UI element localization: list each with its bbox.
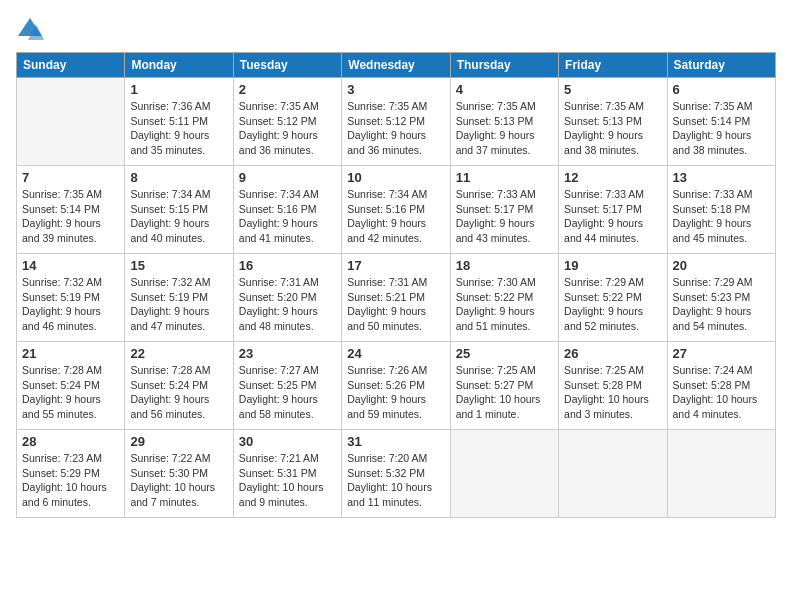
calendar-cell: 30Sunrise: 7:21 AMSunset: 5:31 PMDayligh… [233,430,341,518]
day-number: 3 [347,82,444,97]
day-number: 24 [347,346,444,361]
calendar-cell: 12Sunrise: 7:33 AMSunset: 5:17 PMDayligh… [559,166,667,254]
calendar-cell: 15Sunrise: 7:32 AMSunset: 5:19 PMDayligh… [125,254,233,342]
day-info: Sunrise: 7:34 AMSunset: 5:16 PMDaylight:… [239,187,336,246]
day-info: Sunrise: 7:34 AMSunset: 5:16 PMDaylight:… [347,187,444,246]
day-number: 13 [673,170,770,185]
calendar-cell: 25Sunrise: 7:25 AMSunset: 5:27 PMDayligh… [450,342,558,430]
calendar-cell: 31Sunrise: 7:20 AMSunset: 5:32 PMDayligh… [342,430,450,518]
calendar-header-row: SundayMondayTuesdayWednesdayThursdayFrid… [17,53,776,78]
calendar-cell: 2Sunrise: 7:35 AMSunset: 5:12 PMDaylight… [233,78,341,166]
calendar-cell: 6Sunrise: 7:35 AMSunset: 5:14 PMDaylight… [667,78,775,166]
calendar-cell: 1Sunrise: 7:36 AMSunset: 5:11 PMDaylight… [125,78,233,166]
day-info: Sunrise: 7:21 AMSunset: 5:31 PMDaylight:… [239,451,336,510]
day-number: 29 [130,434,227,449]
day-number: 5 [564,82,661,97]
day-number: 2 [239,82,336,97]
calendar-header-friday: Friday [559,53,667,78]
calendar-header-monday: Monday [125,53,233,78]
calendar-cell: 19Sunrise: 7:29 AMSunset: 5:22 PMDayligh… [559,254,667,342]
calendar-cell: 24Sunrise: 7:26 AMSunset: 5:26 PMDayligh… [342,342,450,430]
day-info: Sunrise: 7:26 AMSunset: 5:26 PMDaylight:… [347,363,444,422]
calendar-cell: 8Sunrise: 7:34 AMSunset: 5:15 PMDaylight… [125,166,233,254]
calendar-cell: 9Sunrise: 7:34 AMSunset: 5:16 PMDaylight… [233,166,341,254]
day-number: 23 [239,346,336,361]
day-number: 6 [673,82,770,97]
logo-icon [16,16,44,44]
day-number: 17 [347,258,444,273]
day-number: 18 [456,258,553,273]
calendar-header-tuesday: Tuesday [233,53,341,78]
calendar-cell [17,78,125,166]
day-info: Sunrise: 7:36 AMSunset: 5:11 PMDaylight:… [130,99,227,158]
day-info: Sunrise: 7:24 AMSunset: 5:28 PMDaylight:… [673,363,770,422]
day-info: Sunrise: 7:31 AMSunset: 5:20 PMDaylight:… [239,275,336,334]
calendar-cell: 28Sunrise: 7:23 AMSunset: 5:29 PMDayligh… [17,430,125,518]
day-info: Sunrise: 7:25 AMSunset: 5:28 PMDaylight:… [564,363,661,422]
calendar-cell: 3Sunrise: 7:35 AMSunset: 5:12 PMDaylight… [342,78,450,166]
calendar-cell [450,430,558,518]
calendar-header-thursday: Thursday [450,53,558,78]
day-number: 27 [673,346,770,361]
day-number: 7 [22,170,119,185]
day-info: Sunrise: 7:35 AMSunset: 5:14 PMDaylight:… [22,187,119,246]
day-info: Sunrise: 7:31 AMSunset: 5:21 PMDaylight:… [347,275,444,334]
day-info: Sunrise: 7:33 AMSunset: 5:17 PMDaylight:… [564,187,661,246]
day-info: Sunrise: 7:35 AMSunset: 5:13 PMDaylight:… [456,99,553,158]
day-number: 12 [564,170,661,185]
week-row-1: 1Sunrise: 7:36 AMSunset: 5:11 PMDaylight… [17,78,776,166]
calendar-header-saturday: Saturday [667,53,775,78]
calendar: SundayMondayTuesdayWednesdayThursdayFrid… [16,52,776,518]
calendar-cell: 5Sunrise: 7:35 AMSunset: 5:13 PMDaylight… [559,78,667,166]
day-number: 15 [130,258,227,273]
calendar-header-sunday: Sunday [17,53,125,78]
day-number: 9 [239,170,336,185]
calendar-cell [667,430,775,518]
day-number: 25 [456,346,553,361]
day-number: 20 [673,258,770,273]
day-number: 1 [130,82,227,97]
day-number: 16 [239,258,336,273]
calendar-cell: 16Sunrise: 7:31 AMSunset: 5:20 PMDayligh… [233,254,341,342]
day-info: Sunrise: 7:34 AMSunset: 5:15 PMDaylight:… [130,187,227,246]
calendar-cell [559,430,667,518]
day-number: 14 [22,258,119,273]
day-number: 31 [347,434,444,449]
week-row-3: 14Sunrise: 7:32 AMSunset: 5:19 PMDayligh… [17,254,776,342]
day-info: Sunrise: 7:35 AMSunset: 5:14 PMDaylight:… [673,99,770,158]
day-info: Sunrise: 7:27 AMSunset: 5:25 PMDaylight:… [239,363,336,422]
header [16,16,776,44]
calendar-cell: 29Sunrise: 7:22 AMSunset: 5:30 PMDayligh… [125,430,233,518]
day-info: Sunrise: 7:35 AMSunset: 5:13 PMDaylight:… [564,99,661,158]
calendar-cell: 13Sunrise: 7:33 AMSunset: 5:18 PMDayligh… [667,166,775,254]
day-number: 21 [22,346,119,361]
day-number: 19 [564,258,661,273]
day-info: Sunrise: 7:33 AMSunset: 5:17 PMDaylight:… [456,187,553,246]
calendar-cell: 14Sunrise: 7:32 AMSunset: 5:19 PMDayligh… [17,254,125,342]
calendar-cell: 17Sunrise: 7:31 AMSunset: 5:21 PMDayligh… [342,254,450,342]
day-info: Sunrise: 7:22 AMSunset: 5:30 PMDaylight:… [130,451,227,510]
day-info: Sunrise: 7:25 AMSunset: 5:27 PMDaylight:… [456,363,553,422]
day-info: Sunrise: 7:23 AMSunset: 5:29 PMDaylight:… [22,451,119,510]
day-number: 10 [347,170,444,185]
calendar-cell: 7Sunrise: 7:35 AMSunset: 5:14 PMDaylight… [17,166,125,254]
day-info: Sunrise: 7:29 AMSunset: 5:23 PMDaylight:… [673,275,770,334]
calendar-cell: 18Sunrise: 7:30 AMSunset: 5:22 PMDayligh… [450,254,558,342]
day-info: Sunrise: 7:35 AMSunset: 5:12 PMDaylight:… [347,99,444,158]
week-row-2: 7Sunrise: 7:35 AMSunset: 5:14 PMDaylight… [17,166,776,254]
day-info: Sunrise: 7:35 AMSunset: 5:12 PMDaylight:… [239,99,336,158]
calendar-cell: 22Sunrise: 7:28 AMSunset: 5:24 PMDayligh… [125,342,233,430]
calendar-header-wednesday: Wednesday [342,53,450,78]
calendar-cell: 4Sunrise: 7:35 AMSunset: 5:13 PMDaylight… [450,78,558,166]
week-row-5: 28Sunrise: 7:23 AMSunset: 5:29 PMDayligh… [17,430,776,518]
day-info: Sunrise: 7:33 AMSunset: 5:18 PMDaylight:… [673,187,770,246]
day-number: 11 [456,170,553,185]
day-info: Sunrise: 7:28 AMSunset: 5:24 PMDaylight:… [22,363,119,422]
day-info: Sunrise: 7:32 AMSunset: 5:19 PMDaylight:… [22,275,119,334]
day-number: 30 [239,434,336,449]
day-info: Sunrise: 7:20 AMSunset: 5:32 PMDaylight:… [347,451,444,510]
calendar-cell: 27Sunrise: 7:24 AMSunset: 5:28 PMDayligh… [667,342,775,430]
day-info: Sunrise: 7:30 AMSunset: 5:22 PMDaylight:… [456,275,553,334]
day-info: Sunrise: 7:32 AMSunset: 5:19 PMDaylight:… [130,275,227,334]
day-number: 28 [22,434,119,449]
